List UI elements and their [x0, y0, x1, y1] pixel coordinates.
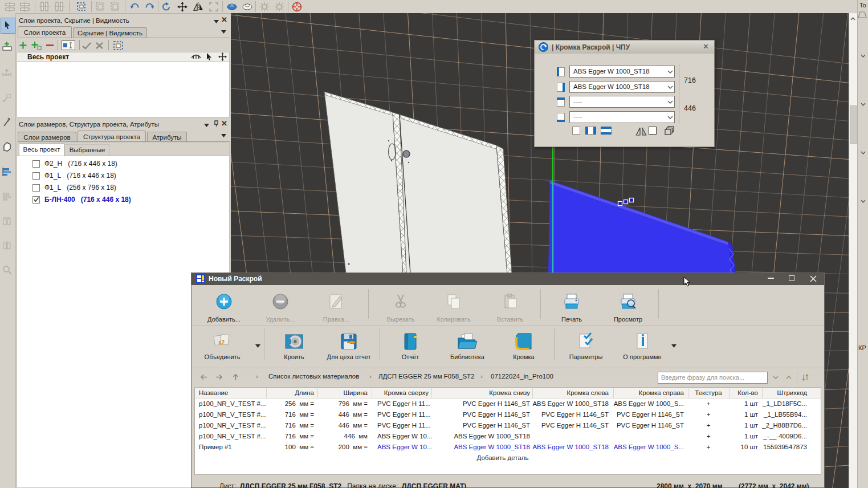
- svg-text:x2: x2: [218, 339, 225, 345]
